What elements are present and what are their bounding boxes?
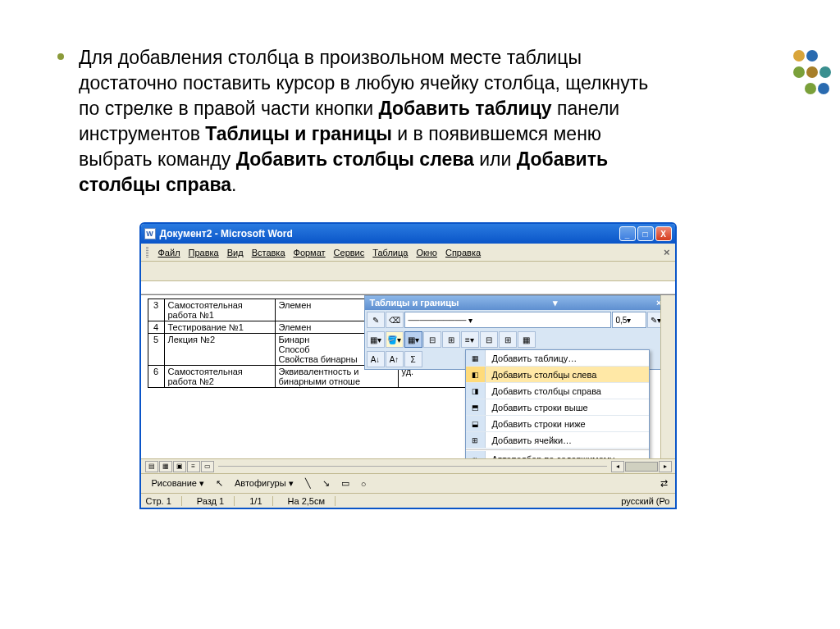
print-view-icon[interactable]: ▣ [173,461,186,472]
toolbar [141,262,675,281]
status-bar: Стр. 1 Разд 1 1/1 На 2,5см русский (Ро [141,493,675,508]
fill-color-icon[interactable]: 🪣▾ [386,331,404,348]
menu-edit[interactable]: Правка [189,248,219,258]
drawing-toolbar: Рисование ▾ ↖ Автофигуры ▾ ╲ ↘ ▭ ○ ⇄ [141,473,675,493]
bullet-icon [57,53,64,60]
menu-insert[interactable]: Вставка [252,248,285,258]
maximize-button[interactable]: □ [637,226,654,241]
right-sidebar [660,295,675,458]
menu-table[interactable]: Таблица [372,248,408,258]
word-screenshot: W Документ2 - Microsoft Word _ □ X Файл … [139,222,677,509]
drawing-menu[interactable]: Рисование ▾ [148,476,208,490]
border-icon[interactable]: ▦▾ [367,331,385,348]
rect-icon[interactable]: ▭ [337,476,354,490]
ruler[interactable] [141,281,675,294]
doc-close-button[interactable]: × [664,246,670,258]
menu-item-add-cols-left[interactable]: ◧Добавить столбцы слева [466,367,649,383]
split-cells-icon[interactable]: ⊞ [442,331,460,348]
minimize-button[interactable]: _ [619,226,636,241]
scroll-right-icon[interactable]: ▸ [659,461,672,472]
line-style-select[interactable]: ────────── ▾ [404,312,611,328]
insert-dropdown-menu: ▦Добавить таблицу… ◧Добавить столбцы сле… [465,349,650,458]
scroll-left-icon[interactable]: ◂ [611,461,624,472]
status-pages: 1/1 [249,496,272,506]
rows-above-icon: ⬒ [466,399,486,415]
status-at: На 2,5см [288,496,336,506]
status-section: Разд 1 [197,496,235,506]
distribute-cols-icon[interactable]: ⊞ [499,331,517,348]
autosum-icon[interactable]: Σ [404,351,422,367]
menu-item-autofit-content[interactable]: ⇹Автоподбор по содержимому [466,451,649,458]
distribute-rows-icon[interactable]: ⊟ [480,331,498,348]
align-icon[interactable]: ≡▾ [461,331,479,348]
bullet-list-item: Для добавления столбца в произвольном ме… [57,45,758,198]
panel-title[interactable]: Таблицы и границы ▾ × [365,296,667,310]
decorative-dots [792,49,832,98]
web-view-icon[interactable]: ▦ [159,461,172,472]
menu-bar: Файл Правка Вид Вставка Формат Сервис Та… [141,244,675,262]
autoformat-icon[interactable]: ▦ [518,331,536,348]
menu-item-add-rows-above[interactable]: ⬒Добавить строки выше [466,399,649,416]
close-button[interactable]: X [655,226,672,241]
instruction-text: Для добавления столбца в произвольном ме… [79,45,669,198]
autoshapes-menu[interactable]: Автофигуры ▾ [231,476,298,490]
outline-view-icon[interactable]: ≡ [187,461,200,472]
menu-view[interactable]: Вид [227,248,244,258]
draw-table-icon[interactable]: ✎ [367,312,385,328]
grip-handle[interactable] [146,247,148,258]
menu-tools[interactable]: Сервис [334,248,365,258]
eraser-icon[interactable]: ⌫ [386,312,404,328]
status-page: Стр. 1 [146,496,182,506]
sort-asc-icon[interactable]: A↓ [367,351,385,367]
normal-view-icon[interactable]: ▤ [145,461,158,472]
word-icon: W [144,228,156,239]
reading-view-icon[interactable]: ▭ [201,461,214,472]
document-area[interactable]: 3Самостоятельная работа №1Элемен2 4Тести… [141,294,675,458]
insert-table-button[interactable]: ▦▾ [404,331,422,348]
menu-item-add-cells[interactable]: ⊞Добавить ячейки… [466,432,649,449]
window-title: Документ2 - Microsoft Word [160,228,619,239]
status-language: русский (Ро [621,496,669,506]
merge-cells-icon[interactable]: ⊟ [423,331,441,348]
titlebar[interactable]: W Документ2 - Microsoft Word _ □ X [141,224,675,244]
hscroll-thumb[interactable] [625,462,658,472]
cells-icon: ⊞ [466,432,486,448]
oval-icon[interactable]: ○ [357,477,371,490]
view-buttons: ▤ ▦ ▣ ≡ ▭ ◂ ▸ [141,458,675,473]
panel-dropdown-icon[interactable]: ▾ [553,298,558,308]
line-weight-select[interactable]: 0,5 ▾ [612,312,646,328]
menu-format[interactable]: Формат [294,248,326,258]
arrow-icon[interactable]: ↘ [318,476,334,490]
arrows-icon[interactable]: ⇄ [656,476,672,490]
cols-right-icon: ◨ [466,383,486,399]
menu-item-add-rows-below[interactable]: ⬓Добавить строки ниже [466,416,649,432]
menu-item-add-cols-right[interactable]: ◨Добавить столбцы справа [466,383,649,399]
menu-window[interactable]: Окно [416,248,437,258]
table-icon: ▦ [466,350,486,366]
sort-desc-icon[interactable]: A↑ [386,351,404,367]
select-arrow-icon[interactable]: ↖ [212,476,227,490]
menu-item-add-table[interactable]: ▦Добавить таблицу… [466,350,649,367]
line-icon[interactable]: ╲ [301,476,315,490]
menu-help[interactable]: Справка [445,248,481,258]
cols-left-icon: ◧ [466,367,486,382]
autofit-icon: ⇹ [466,451,486,458]
rows-below-icon: ⬓ [466,416,486,431]
menu-file[interactable]: Файл [158,248,180,258]
